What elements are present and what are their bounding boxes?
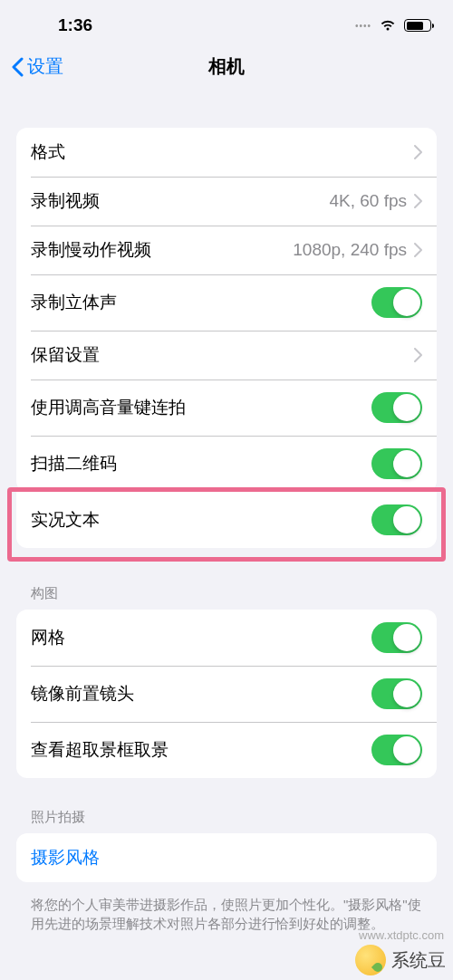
chevron-right-icon bbox=[414, 145, 422, 159]
row-label: 摄影风格 bbox=[31, 846, 100, 870]
toggle-mirror-front[interactable] bbox=[371, 678, 422, 709]
status-time: 1:36 bbox=[58, 15, 92, 35]
watermark-logo-icon bbox=[355, 945, 386, 975]
row-record-video[interactable]: 录制视频 4K, 60 fps bbox=[16, 177, 437, 226]
nav-bar: 设置 相机 bbox=[0, 45, 453, 91]
row-grid: 网格 bbox=[16, 610, 437, 666]
back-label: 设置 bbox=[27, 54, 63, 79]
settings-group-composition: 网格 镜像前置镜头 查看超取景框取景 bbox=[16, 610, 437, 778]
chevron-left-icon bbox=[11, 57, 24, 77]
row-label: 镜像前置镜头 bbox=[31, 682, 134, 706]
watermark: 系统豆 bbox=[355, 945, 446, 975]
settings-group-camera: 格式 录制视频 4K, 60 fps 录制慢动作视频 1080p, 240 fp… bbox=[16, 128, 437, 492]
row-scan-qr: 扫描二维码 bbox=[16, 436, 437, 492]
toggle-volume-burst[interactable] bbox=[371, 392, 422, 423]
chevron-right-icon bbox=[414, 194, 422, 208]
row-record-slomo[interactable]: 录制慢动作视频 1080p, 240 fps bbox=[16, 226, 437, 274]
wifi-icon bbox=[379, 19, 397, 32]
battery-icon bbox=[404, 19, 431, 32]
row-label: 录制视频 bbox=[31, 189, 100, 213]
row-mirror-front: 镜像前置镜头 bbox=[16, 666, 437, 722]
row-live-text: 实况文本 bbox=[16, 492, 437, 548]
toggle-view-outside-frame[interactable] bbox=[371, 735, 422, 765]
watermark-text: 系统豆 bbox=[391, 948, 446, 973]
row-label: 格式 bbox=[31, 140, 65, 164]
settings-group-photo-capture: 摄影风格 bbox=[16, 833, 437, 882]
toggle-grid[interactable] bbox=[371, 622, 422, 653]
section-header-composition: 构图 bbox=[16, 581, 437, 610]
watermark-url: www.xtdptc.com bbox=[359, 928, 444, 942]
row-stereo: 录制立体声 bbox=[16, 274, 437, 331]
row-label: 查看超取景框取景 bbox=[31, 738, 169, 762]
row-detail: 1080p, 240 fps bbox=[293, 240, 407, 260]
highlight-annotation: 实况文本 bbox=[7, 487, 446, 562]
toggle-scan-qr[interactable] bbox=[371, 448, 422, 479]
row-label: 使用调高音量键连拍 bbox=[31, 396, 186, 419]
section-header-photo-capture: 照片拍摄 bbox=[16, 805, 437, 833]
toggle-live-text[interactable] bbox=[371, 504, 422, 535]
cellular-dots-icon: •••• bbox=[355, 21, 371, 31]
row-label: 录制慢动作视频 bbox=[31, 238, 151, 262]
toggle-stereo[interactable] bbox=[371, 287, 422, 318]
row-label: 保留设置 bbox=[31, 343, 100, 367]
row-label: 实况文本 bbox=[31, 508, 100, 532]
row-format[interactable]: 格式 bbox=[16, 128, 437, 177]
row-view-outside-frame: 查看超取景框取景 bbox=[16, 722, 437, 778]
section-footer-text: 将您的个人审美带进摄影作品，使照片更加个性化。"摄影风格"使用先进的场景理解技术… bbox=[16, 888, 437, 933]
row-volume-burst: 使用调高音量键连拍 bbox=[16, 380, 437, 436]
page-title: 相机 bbox=[208, 54, 245, 79]
row-label: 录制立体声 bbox=[31, 291, 117, 314]
row-label: 扫描二维码 bbox=[31, 452, 117, 476]
back-button[interactable]: 设置 bbox=[11, 54, 63, 79]
row-preserve-settings[interactable]: 保留设置 bbox=[16, 331, 437, 380]
settings-group-camera-cont: 实况文本 bbox=[16, 492, 437, 548]
status-bar: 1:36 •••• bbox=[0, 0, 453, 45]
row-photographic-styles[interactable]: 摄影风格 bbox=[16, 833, 437, 882]
row-label: 网格 bbox=[31, 626, 65, 649]
status-icons: •••• bbox=[355, 19, 431, 32]
chevron-right-icon bbox=[414, 348, 422, 362]
row-detail: 4K, 60 fps bbox=[329, 191, 407, 211]
chevron-right-icon bbox=[414, 243, 422, 257]
